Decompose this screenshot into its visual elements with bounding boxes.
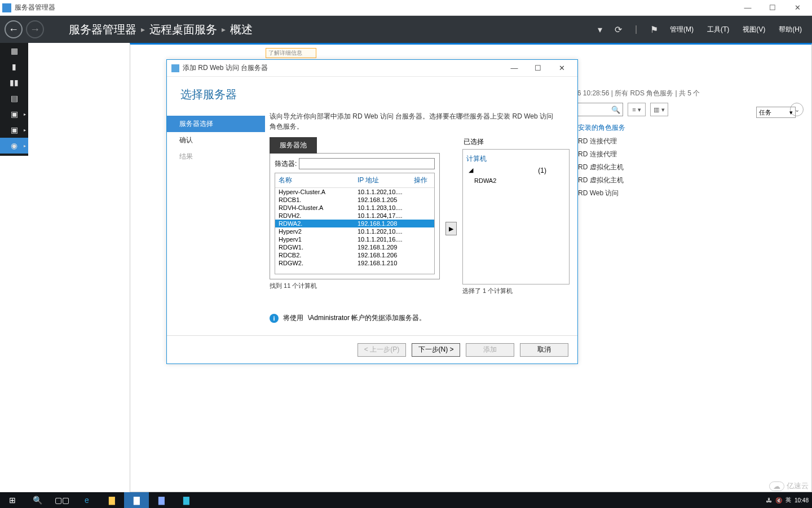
- tray-speaker-icon[interactable]: 🔇: [775, 497, 782, 503]
- dialog-title-bar: 添加 RD Web 访问 台服务器 — ☐ ✕: [167, 60, 577, 77]
- app-icon: [2, 3, 11, 12]
- app1-icon[interactable]: ▇: [149, 492, 174, 508]
- ie-icon[interactable]: e: [74, 492, 99, 508]
- add-button[interactable]: 添加: [466, 343, 514, 357]
- servermanager-taskbar-icon[interactable]: ▇: [124, 492, 149, 508]
- window-title-bar: 服务器管理器 — ☐ ✕: [0, 0, 812, 16]
- explorer-icon[interactable]: ▇: [99, 492, 124, 508]
- found-count: 找到 11 个计算机: [270, 279, 440, 292]
- rail-all-servers-icon[interactable]: ▮▮: [0, 75, 28, 90]
- server-pool-box: 筛选器: 名称 IP 地址 操作: [270, 153, 440, 279]
- rail-local-server-icon[interactable]: ▮: [0, 59, 28, 75]
- rail-rds-icon[interactable]: ◉▸: [0, 138, 28, 154]
- dialog-title: 添加 RD Web 访问 台服务器: [183, 63, 268, 73]
- main-area: 了解详细信息 任务▾ 部署服务器 上次刷新时间 2017/10/26 10:28…: [28, 43, 812, 492]
- step-results: 结果: [167, 148, 265, 165]
- rail-hyperv-icon[interactable]: ▣▸: [0, 106, 28, 122]
- dialog-close-button[interactable]: ✕: [550, 60, 573, 76]
- nav-back-button[interactable]: ←: [5, 20, 23, 38]
- nav-forward-button[interactable]: →: [26, 20, 44, 38]
- view-options-dropdown[interactable]: ≡ ▾: [628, 103, 646, 116]
- breadcrumb-section[interactable]: 远程桌面服务: [149, 22, 217, 37]
- selected-label: 已选择: [462, 137, 570, 149]
- tray-network-icon[interactable]: 🖧: [766, 497, 772, 503]
- dialog-description: 该向导允许你向部署中添加 RD Web 访问 台服务器。选择要在哪些服务器上安装…: [270, 111, 570, 132]
- maximize-button[interactable]: ☐: [760, 0, 785, 16]
- list-item[interactable]: RDGW2.192.168.1.210: [275, 259, 434, 267]
- tasks-dropdown[interactable]: 任务▾: [756, 107, 796, 118]
- content-area: 了解详细信息 任务▾ 部署服务器 上次刷新时间 2017/10/26 10:28…: [130, 43, 812, 492]
- add-rdweb-dialog: 添加 RD Web 访问 台服务器 — ☐ ✕ 选择服务器 服务器选择 确认 结…: [166, 59, 578, 364]
- dialog-icon: [171, 64, 179, 72]
- server-pool-tab[interactable]: 服务器池: [270, 137, 317, 154]
- search-icon[interactable]: 🔍: [611, 106, 620, 114]
- info-note: i 将使用 \Administrator 帐户的凭据添加服务器。: [270, 313, 570, 323]
- server-pool-rows[interactable]: Hyperv-Cluster.A10.1.1.202,10....RDCB1.1…: [275, 188, 434, 273]
- rail-fileservices-icon[interactable]: ▤: [0, 90, 28, 106]
- pool-col-name[interactable]: 名称: [279, 176, 358, 185]
- tray-time[interactable]: 10:48: [795, 497, 809, 503]
- system-tray[interactable]: 🖧 🔇 英 10:48: [763, 496, 812, 504]
- list-item[interactable]: RDCB2.192.168.1.206: [275, 251, 434, 259]
- app2-icon[interactable]: ▇: [174, 492, 198, 508]
- computer-header: 计算机: [466, 153, 566, 165]
- dialog-minimize-button[interactable]: —: [503, 60, 526, 76]
- list-item[interactable]: Hyperv110.1.1.201,16....: [275, 235, 434, 243]
- menu-manage[interactable]: 管理(M): [664, 25, 699, 34]
- server-pool-table: 名称 IP 地址 操作 Hyperv-Cluster.A10.1.1.202,1…: [275, 173, 435, 274]
- rail-iis-icon[interactable]: ▣▸: [0, 122, 28, 138]
- tray-lang[interactable]: 英: [785, 496, 791, 504]
- step-server-selection[interactable]: 服务器选择: [167, 116, 265, 132]
- pool-col-ip[interactable]: IP 地址: [358, 176, 414, 185]
- search-button[interactable]: 🔍: [25, 492, 50, 508]
- menu-help[interactable]: 帮助(H): [773, 25, 807, 34]
- tree-toggle[interactable]: ◢: [466, 165, 566, 176]
- server-filter-input[interactable]: [299, 158, 435, 169]
- start-button[interactable]: ⊞: [0, 492, 25, 508]
- cancel-button[interactable]: 取消: [520, 343, 568, 357]
- column-options-dropdown[interactable]: ▥ ▾: [650, 103, 668, 116]
- taskbar: ⊞ 🔍 ▢▢ e ▇ ▇ ▇ ▇ 🖧 🔇 英 10:48: [0, 492, 812, 508]
- menu-tools[interactable]: 工具(T): [701, 25, 735, 34]
- dropdown-icon[interactable]: ▾: [592, 21, 608, 37]
- add-arrow-button[interactable]: ▶: [445, 222, 457, 235]
- info-callout[interactable]: 了解详细信息: [266, 48, 316, 58]
- taskview-button[interactable]: ▢▢: [50, 492, 74, 508]
- watermark-badge: ☁: [769, 481, 784, 491]
- dialog-steps: 服务器选择 确认 结果: [167, 108, 265, 335]
- selected-box: 计算机 ◢ (1) RDWA2: [462, 149, 570, 284]
- selected-count: (1): [538, 167, 546, 174]
- selected-server-item[interactable]: RDWA2: [466, 176, 566, 186]
- header-bar: ← → 服务器管理器 ▸ 远程桌面服务 ▸ 概述 ▾ ⟳ | ⚑ 管理(M) 工…: [0, 16, 812, 43]
- close-button[interactable]: ✕: [785, 0, 810, 16]
- list-item[interactable]: RDGW1.192.168.1.209: [275, 243, 434, 251]
- dialog-heading: 选择服务器: [167, 77, 577, 108]
- list-item[interactable]: RDVH-Cluster.A10.1.1.203,10....: [275, 204, 434, 212]
- menu-view[interactable]: 视图(V): [737, 25, 771, 34]
- left-rail: ▦ ▮ ▮▮ ▤ ▣▸ ▣▸ ◉▸: [0, 43, 28, 156]
- list-item[interactable]: RDCB1.192.168.1.205: [275, 196, 434, 204]
- refresh-icon[interactable]: ⟳: [610, 21, 626, 37]
- pool-col-op[interactable]: 操作: [414, 176, 431, 185]
- col-role[interactable]: 安装的角色服务: [578, 123, 625, 133]
- rail-dashboard-icon[interactable]: ▦: [0, 43, 28, 59]
- next-button[interactable]: 下一步(N) >: [412, 343, 460, 357]
- breadcrumb-root[interactable]: 服务器管理器: [69, 22, 136, 37]
- list-item[interactable]: RDWA2.192.168.1.208: [275, 220, 434, 227]
- step-confirmation[interactable]: 确认: [167, 132, 265, 148]
- info-icon: i: [270, 314, 279, 323]
- watermark: ☁ 亿速云: [769, 481, 809, 491]
- list-item[interactable]: Hyperv-Cluster.A10.1.1.202,10....: [275, 188, 434, 196]
- selected-summary: 选择了 1 个计算机: [462, 284, 570, 297]
- minimize-button[interactable]: —: [735, 0, 760, 16]
- breadcrumb: 服务器管理器 ▸ 远程桌面服务 ▸ 概述: [69, 22, 253, 37]
- dialog-maximize-button[interactable]: ☐: [527, 60, 549, 76]
- list-item[interactable]: Hyperv210.1.1.202,10....: [275, 227, 434, 235]
- prev-button[interactable]: < 上一步(P): [358, 343, 406, 357]
- dialog-button-bar: < 上一步(P) 下一步(N) > 添加 取消: [167, 335, 577, 364]
- breadcrumb-page[interactable]: 概述: [230, 22, 253, 37]
- list-item[interactable]: RDVH2.10.1.1.204,17....: [275, 212, 434, 220]
- window-title: 服务器管理器: [15, 3, 55, 12]
- flag-icon[interactable]: ⚑: [646, 21, 662, 37]
- separator-icon: |: [628, 21, 644, 37]
